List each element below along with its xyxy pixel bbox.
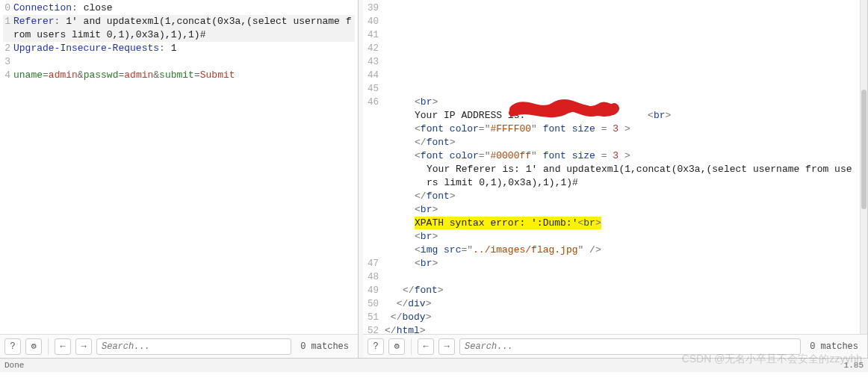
code-line[interactable]: Your Referer is: 1' and updatexml(1,conc… bbox=[385, 163, 857, 190]
code-line[interactable] bbox=[385, 55, 857, 69]
code-line[interactable]: </font> bbox=[385, 190, 857, 203]
code-line[interactable]: <font color="#0000ff" font size = 3 > bbox=[385, 149, 857, 163]
search-input[interactable] bbox=[96, 338, 291, 355]
line-number: 45 bbox=[368, 82, 379, 96]
line-number bbox=[368, 230, 379, 244]
right-toolbar: ? ⚙ ← → 0 matches bbox=[363, 334, 867, 358]
status-right: 1.85 bbox=[844, 361, 864, 370]
line-number: 43 bbox=[368, 55, 379, 69]
error-highlight: XPATH syntax error: ':Dumb:'<br> bbox=[415, 217, 601, 229]
code-line[interactable]: 0Connection: close bbox=[3, 1, 355, 15]
line-number: 39 bbox=[368, 1, 379, 15]
line-number: 1 bbox=[3, 15, 13, 42]
line-number: 47 bbox=[368, 257, 379, 270]
line-number: 50 bbox=[368, 297, 379, 311]
line-number: 41 bbox=[368, 28, 379, 42]
code-line[interactable]: </font> bbox=[385, 136, 857, 149]
code-line[interactable]: <br> bbox=[385, 203, 857, 217]
code-line[interactable] bbox=[385, 28, 857, 42]
code-line[interactable]: <br> bbox=[385, 257, 857, 270]
request-pane: 0Connection: close1Referer: 1' and updat… bbox=[0, 0, 359, 358]
code-line[interactable]: </html> bbox=[385, 324, 857, 334]
line-number: 42 bbox=[368, 42, 379, 55]
line-number: 49 bbox=[368, 284, 379, 297]
code-line[interactable] bbox=[385, 1, 857, 15]
line-number bbox=[368, 149, 379, 163]
line-number bbox=[368, 109, 379, 123]
code-line[interactable]: </font> bbox=[385, 284, 857, 297]
search-input[interactable] bbox=[459, 338, 801, 355]
line-number: 48 bbox=[368, 270, 379, 284]
code-line[interactable] bbox=[385, 270, 857, 284]
line-number bbox=[368, 176, 379, 190]
gear-icon[interactable]: ⚙ bbox=[388, 338, 405, 355]
line-number: 0 bbox=[3, 1, 13, 15]
response-pane: 3940414243444546 474849505152 <br>Your I… bbox=[363, 0, 868, 358]
gear-icon[interactable]: ⚙ bbox=[25, 338, 42, 355]
line-number bbox=[368, 244, 379, 257]
code-line[interactable]: 1Referer: 1' and updatexml(1,concat(0x3a… bbox=[3, 15, 355, 42]
code-line[interactable]: 4uname=admin&passwd=admin&submit=Submit bbox=[3, 69, 355, 82]
line-number bbox=[368, 203, 379, 217]
code-line[interactable] bbox=[385, 42, 857, 55]
line-number: 2 bbox=[3, 42, 13, 55]
code-line[interactable] bbox=[385, 69, 857, 82]
line-number: 40 bbox=[368, 15, 379, 28]
line-number: 4 bbox=[3, 69, 13, 82]
scrollbar[interactable] bbox=[860, 0, 867, 334]
request-code-area[interactable]: 0Connection: close1Referer: 1' and updat… bbox=[0, 0, 358, 334]
code-line[interactable] bbox=[385, 82, 857, 96]
code-line[interactable]: <br> bbox=[385, 230, 857, 244]
scrollbar-thumb[interactable] bbox=[861, 90, 867, 209]
prev-match-button[interactable]: ← bbox=[418, 338, 434, 355]
next-match-button[interactable]: → bbox=[75, 338, 92, 355]
code-line[interactable]: XPATH syntax error: ':Dumb:'<br> bbox=[385, 217, 857, 230]
left-toolbar: ? ⚙ ← → 0 matches bbox=[0, 334, 358, 358]
line-number bbox=[368, 190, 379, 203]
code-line[interactable]: Your IP ADDRESS is: <br> bbox=[385, 109, 857, 123]
match-count: 0 matches bbox=[296, 341, 353, 352]
split-panes: 0Connection: close1Referer: 1' and updat… bbox=[0, 0, 868, 359]
response-code-area[interactable]: 3940414243444546 474849505152 <br>Your I… bbox=[363, 0, 867, 334]
code-line[interactable]: <img src="../images/flag.jpg" /> bbox=[385, 244, 857, 257]
line-number: 3 bbox=[3, 55, 13, 69]
line-number bbox=[368, 217, 379, 230]
code-line[interactable]: 3 bbox=[3, 55, 355, 69]
help-icon[interactable]: ? bbox=[368, 338, 384, 355]
line-number bbox=[368, 136, 379, 149]
status-left: Done bbox=[4, 361, 24, 370]
code-line[interactable]: <br> bbox=[385, 96, 857, 109]
code-line[interactable]: </body> bbox=[385, 311, 857, 324]
code-line[interactable]: 2Upgrade-Insecure-Requests: 1 bbox=[3, 42, 355, 55]
status-bar: Done 1.85 bbox=[0, 359, 868, 372]
match-count: 0 matches bbox=[805, 341, 863, 352]
code-line[interactable]: </div> bbox=[385, 297, 857, 311]
line-number: 46 bbox=[368, 96, 379, 109]
code-line[interactable] bbox=[385, 15, 857, 28]
help-icon[interactable]: ? bbox=[4, 338, 21, 355]
line-number: 44 bbox=[368, 69, 379, 82]
line-number bbox=[368, 163, 379, 176]
code-line[interactable]: <font color="#FFFF00" font size = 3 > bbox=[385, 123, 857, 136]
line-number: 52 bbox=[368, 324, 379, 334]
next-match-button[interactable]: → bbox=[438, 338, 455, 355]
line-number: 51 bbox=[368, 311, 379, 324]
line-number bbox=[368, 123, 379, 136]
prev-match-button[interactable]: ← bbox=[55, 338, 71, 355]
